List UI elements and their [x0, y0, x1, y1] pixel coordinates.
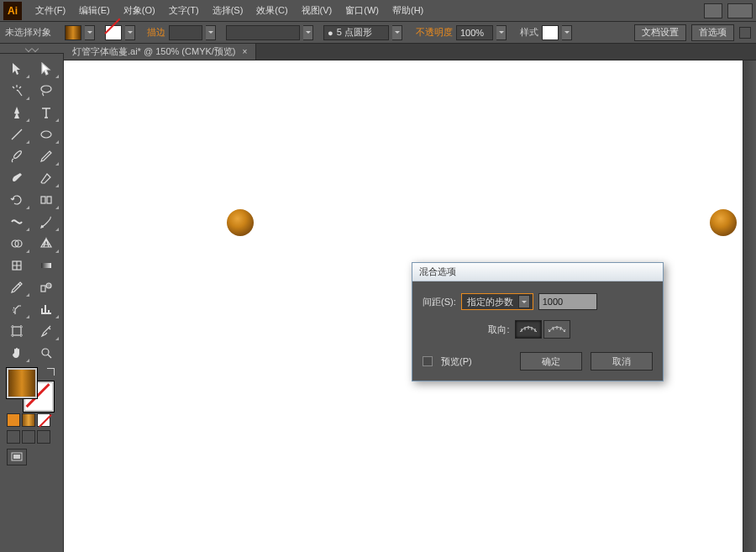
workspace-switcher	[704, 3, 753, 18]
eyedropper-tool[interactable]	[3, 277, 30, 297]
gradient-color-mode[interactable]	[22, 413, 35, 427]
document-setup-button[interactable]: 文档设置	[634, 24, 686, 41]
preferences-button[interactable]: 首选项	[691, 24, 734, 41]
menu-effect[interactable]: 效果(C)	[249, 1, 294, 21]
fill-stroke-indicator[interactable]	[7, 368, 57, 410]
fill-swatch[interactable]	[65, 25, 81, 40]
menu-object[interactable]: 对象(O)	[117, 1, 162, 21]
canvas-object-circle-2[interactable]	[710, 209, 737, 236]
solid-color-mode[interactable]	[7, 413, 20, 427]
slice-tool[interactable]	[33, 321, 60, 341]
profile-field[interactable]	[226, 25, 300, 40]
style-swatch[interactable]	[542, 25, 559, 40]
brush-field[interactable]: ● 5 点圆形	[323, 25, 389, 40]
zoom-tool[interactable]	[33, 343, 60, 363]
menu-window[interactable]: 窗口(W)	[339, 1, 386, 21]
fill-indicator[interactable]	[7, 368, 37, 398]
opacity-field[interactable]: 100%	[456, 25, 493, 40]
perspective-grid-tool[interactable]	[33, 234, 60, 254]
none-color-mode[interactable]	[37, 413, 50, 427]
menu-select[interactable]: 选择(S)	[206, 1, 250, 21]
brush-dropdown[interactable]	[392, 25, 402, 40]
pen-tool[interactable]	[3, 103, 30, 123]
style-label: 样式	[520, 26, 538, 39]
ellipse-tool[interactable]	[33, 124, 60, 145]
blend-tool[interactable]	[33, 277, 60, 297]
arrange-docs-button[interactable]	[727, 3, 753, 18]
document-tab-bar: 灯管字体临蔓.ai* @ 150% (CMYK/预览) ×	[0, 44, 756, 60]
draw-mode-row	[7, 430, 60, 444]
ok-button[interactable]: 确定	[520, 352, 582, 371]
stroke-swatch[interactable]	[105, 25, 122, 40]
width-tool[interactable]	[3, 212, 30, 232]
vertical-scrollbar[interactable]	[743, 60, 756, 552]
stroke-weight-dropdown[interactable]	[206, 25, 216, 40]
rotate-tool[interactable]	[3, 190, 30, 210]
magic-wand-tool[interactable]	[3, 81, 30, 101]
type-tool[interactable]	[33, 103, 60, 123]
orientation-label: 取向:	[488, 323, 509, 336]
free-transform-tool[interactable]	[33, 212, 60, 232]
stroke-weight-field[interactable]	[169, 25, 202, 40]
line-tool[interactable]	[3, 124, 30, 145]
selection-tool[interactable]	[3, 59, 30, 79]
reflect-tool[interactable]	[33, 190, 60, 210]
screen-mode-row	[7, 449, 60, 465]
draw-normal[interactable]	[7, 430, 20, 444]
color-mode-row	[7, 413, 60, 427]
spacing-mode-select[interactable]: 指定的步数	[461, 293, 533, 310]
hand-tool[interactable]	[3, 343, 30, 363]
pencil-tool[interactable]	[33, 146, 60, 166]
dialog-title[interactable]: 混合选项	[412, 263, 663, 281]
preview-checkbox[interactable]	[423, 356, 433, 366]
orient-to-page-button[interactable]	[515, 320, 542, 339]
symbol-sprayer-tool[interactable]	[3, 299, 30, 319]
paintbrush-tool[interactable]	[3, 146, 30, 166]
eraser-tool[interactable]	[33, 168, 60, 188]
menu-view[interactable]: 视图(V)	[295, 1, 339, 21]
opacity-label[interactable]: 不透明度	[416, 26, 453, 39]
spacing-label: 间距(S):	[423, 296, 456, 308]
style-dropdown[interactable]	[562, 25, 572, 40]
svg-rect-2	[47, 197, 51, 203]
menu-help[interactable]: 帮助(H)	[386, 1, 430, 21]
document-tab[interactable]: 灯管字体临蔓.ai* @ 150% (CMYK/预览) ×	[64, 44, 256, 60]
stroke-dropdown[interactable]	[125, 25, 135, 40]
cancel-button[interactable]: 取消	[591, 352, 653, 371]
screen-mode-button[interactable]	[7, 449, 27, 465]
stroke-label[interactable]: 描边	[147, 26, 165, 39]
svg-point-8	[46, 283, 51, 288]
menu-edit[interactable]: 编辑(E)	[72, 1, 117, 21]
opacity-dropdown[interactable]	[496, 25, 507, 40]
chevron-down-icon[interactable]	[518, 295, 530, 308]
menu-type[interactable]: 文字(T)	[162, 1, 206, 21]
shape-builder-tool[interactable]	[3, 234, 30, 254]
mesh-tool[interactable]	[3, 255, 30, 276]
orient-to-path-button[interactable]	[543, 320, 570, 339]
blob-brush-tool[interactable]	[3, 168, 30, 188]
canvas-object-circle-1[interactable]	[227, 209, 254, 236]
draw-inside[interactable]	[37, 430, 50, 444]
direct-selection-tool[interactable]	[33, 59, 60, 79]
toolbox-collapse[interactable]	[0, 44, 64, 54]
close-icon[interactable]: ×	[243, 47, 248, 56]
spacing-value-input[interactable]: 1000	[538, 293, 597, 310]
fill-dropdown[interactable]	[85, 25, 95, 40]
gradient-tool[interactable]	[33, 255, 60, 276]
brush-bullet: ●	[328, 28, 333, 38]
draw-behind[interactable]	[22, 430, 35, 444]
column-graph-tool[interactable]	[33, 299, 60, 319]
bridge-button[interactable]	[704, 3, 722, 18]
svg-rect-9	[13, 327, 21, 335]
control-flyout[interactable]	[739, 27, 751, 39]
swap-fill-stroke-icon[interactable]	[47, 368, 57, 378]
svg-rect-12	[13, 455, 20, 459]
lasso-tool[interactable]	[33, 81, 60, 101]
profile-dropdown[interactable]	[303, 25, 313, 40]
artboard-tool[interactable]	[3, 321, 30, 341]
svg-rect-7	[41, 286, 45, 292]
menubar: Ai 文件(F) 编辑(E) 对象(O) 文字(T) 选择(S) 效果(C) 视…	[0, 0, 756, 22]
menu-file[interactable]: 文件(F)	[29, 1, 72, 21]
blend-options-dialog: 混合选项 间距(S): 指定的步数 1000 取向: 预览(P)	[412, 262, 664, 381]
selection-status: 未选择对象	[5, 26, 51, 39]
